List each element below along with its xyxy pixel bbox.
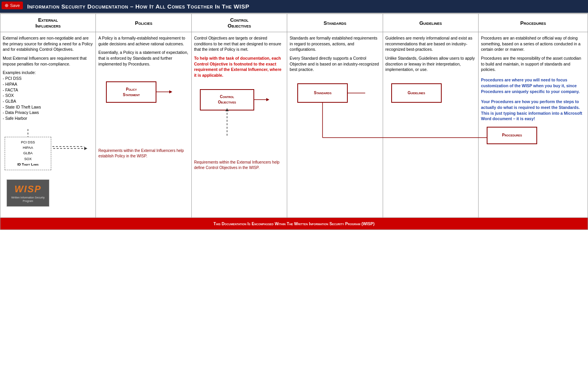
ext-influencers-box: PCI DSS HIPAA GLBA SOX ID Theft Laws xyxy=(5,137,51,170)
external-example-2: - HIPAA xyxy=(3,81,93,87)
standards-text2: Every Standard directly supports a Contr… xyxy=(290,55,380,72)
svg-marker-5 xyxy=(169,90,172,93)
procedures-box: Procedures xyxy=(487,127,537,144)
cell-standards: Standards are formally established requi… xyxy=(287,32,383,218)
header-procedures: Procedures xyxy=(479,14,588,32)
svg-marker-9 xyxy=(225,108,229,111)
ext-box-pci: PCI DSS xyxy=(21,140,35,144)
header-policies: Policies xyxy=(96,14,191,32)
main-content-table: External Influencers Policies Control Ob… xyxy=(0,14,588,230)
procedures-highlight1: Procedures are where you will need to fo… xyxy=(481,77,585,94)
policies-note: Requirements within the External Influen… xyxy=(98,148,189,159)
external-example-4: - SOX xyxy=(3,93,93,98)
wisp-subtitle: Written Information Security Program xyxy=(7,196,49,204)
standards-arrow-svg xyxy=(290,76,380,165)
guidelines-text1: Guidelines are merely informational and … xyxy=(385,35,476,52)
save-button[interactable]: ⊕ Save xyxy=(2,2,23,9)
svg-marker-7 xyxy=(266,98,269,101)
guidelines-label: Guidelines xyxy=(408,90,425,96)
policy-arrow-svg xyxy=(98,70,189,159)
control-note: Requirements within the External Influen… xyxy=(194,160,284,171)
cell-external: External influencers are non-negotiable … xyxy=(0,32,96,218)
cell-procedures: Procedures are an established or officia… xyxy=(479,32,588,218)
ext-box-hipaa: HIPAA xyxy=(23,146,33,150)
external-text2: Most External Influencers are requiremen… xyxy=(3,55,93,67)
save-label: Save xyxy=(10,3,20,8)
guidelines-box: Guidelines xyxy=(391,83,442,103)
policies-text2: Essentially, a Policy is a statement of … xyxy=(98,50,189,67)
standards-text1: Standards are formally established requi… xyxy=(290,35,380,52)
ext-box-idtheft: ID Theft Laws xyxy=(17,162,38,166)
bottom-banner: This Documentation Is Encompassed Within… xyxy=(0,217,588,230)
cell-control: Control Objectives are targets or desire… xyxy=(191,32,287,218)
external-text1: External influencers are non-negotiable … xyxy=(3,35,93,52)
wisp-logo-text: WISP xyxy=(14,183,41,196)
external-example-7: - Data Privacy Laws xyxy=(3,110,93,116)
header-control: Control Objectives xyxy=(191,14,287,32)
procedures-text1: Procedures are an established or officia… xyxy=(481,35,585,52)
control-text2-highlight: To help with the task of documentation, … xyxy=(194,55,284,78)
control-arrow-svg xyxy=(194,81,284,171)
external-example-1: - PCI DSS xyxy=(3,76,93,81)
pinterest-icon: ⊕ xyxy=(5,3,9,8)
procedures-text2: Procedures are the responsibility of the… xyxy=(481,55,585,72)
policies-text1: A Policy is a formally-established requi… xyxy=(98,35,189,47)
external-example-5: - GLBA xyxy=(3,98,93,104)
ext-box-sox: SOX xyxy=(24,157,31,161)
external-examples-label: Examples include: xyxy=(3,70,93,76)
external-example-6: - State ID Theft Laws xyxy=(3,104,93,110)
header-guidelines: Guidelines xyxy=(383,14,478,32)
header-external: External Influencers xyxy=(0,14,96,32)
svg-marker-1 xyxy=(84,147,87,150)
procedures-label: Procedures xyxy=(502,133,522,138)
procedures-highlight2: Your Procedures are how you perform the … xyxy=(481,99,585,122)
external-example-3: - FACTA xyxy=(3,87,93,93)
control-text1: Control Objectives are targets or desire… xyxy=(194,35,284,52)
ext-box-glba: GLBA xyxy=(23,151,33,155)
cell-guidelines: Guidelines are merely informational and … xyxy=(383,32,478,218)
external-example-8: - Safe Harbor xyxy=(3,116,93,121)
page-title: Information Security Documentation – How… xyxy=(0,0,588,14)
guidelines-text2: Unlike Standards, Guidelines allow users… xyxy=(385,55,476,72)
cell-policies: A Policy is a formally-established requi… xyxy=(96,32,191,218)
wisp-logo: WISP Written Information Security Progra… xyxy=(7,179,49,207)
header-standards: Standards xyxy=(287,14,383,32)
